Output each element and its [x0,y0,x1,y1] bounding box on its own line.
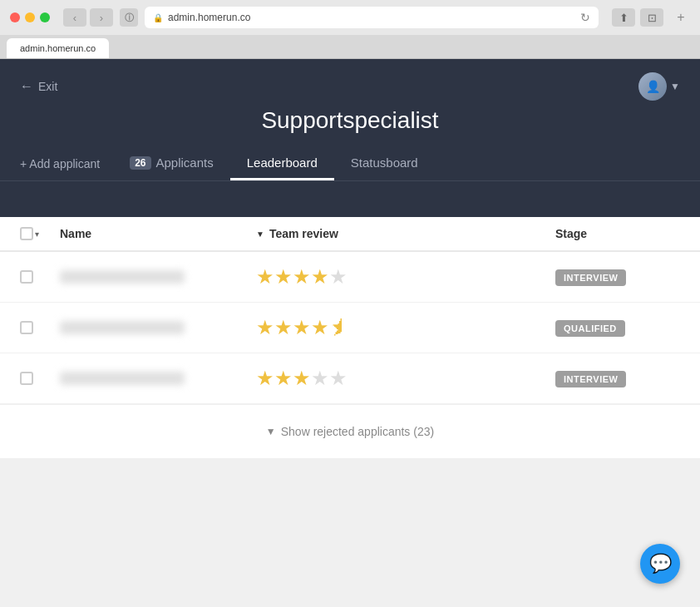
star-2: ★ [274,316,293,339]
star-1: ★ [256,265,274,289]
chevron-down-icon: ▼ [670,81,680,92]
stage-cell: INTERVIEW [555,372,680,385]
tab-statusboard-label: Statusboard [351,155,418,170]
add-applicant-button[interactable]: + Add applicant [20,151,100,177]
browser-toolbar: ⬆ ⊡ + [612,8,690,27]
applicant-name-blur [60,321,185,334]
row-checkbox-col [20,372,47,385]
select-all-checkbox-col: ▾ [20,227,47,240]
row-checkbox[interactable] [20,270,33,284]
chat-icon: 💬 [649,553,672,575]
stage-cell: INTERVIEW [555,270,680,284]
sort-down-icon: ▼ [256,229,264,239]
page-title: Supportspecialist [0,107,700,147]
star-4: ★ [311,265,329,289]
tab-leaderboard[interactable]: Leaderboard [230,147,334,180]
applicant-name-blur [60,372,185,385]
star-3: ★ [293,316,311,339]
browser-dots [10,12,50,22]
maximize-dot[interactable] [40,12,50,22]
stage-cell: QUALIFIED [555,321,680,334]
browser-titlebar: ‹ › ⓘ 🔒 admin.homerun.co ↻ ⬆ ⊡ + [0,0,700,35]
app-header-top: ← Exit 👤 ▼ [0,59,700,107]
star-2: ★ [274,367,293,390]
new-tab-button[interactable]: + [672,8,690,27]
star-half: ⯨ [329,316,349,339]
back-button[interactable]: ‹ [63,8,86,27]
back-arrow-icon: ← [20,79,33,94]
table-header: ▾ Name ▼ Team review Stage [0,217,700,252]
table-row[interactable]: ★ ★ ★ ★ ⯨ QUALIFIED [0,303,700,353]
table-row[interactable]: ★ ★ ★ ★ ★ INTERVIEW [0,252,700,303]
browser-chrome: ‹ › ⓘ 🔒 admin.homerun.co ↻ ⬆ ⊡ + admin.h… [0,0,700,59]
status-badge: INTERVIEW [555,269,626,286]
forward-button[interactable]: › [90,8,113,27]
applicant-name-cell [60,270,243,284]
star-1: ★ [256,316,274,339]
minimize-dot[interactable] [25,12,35,22]
status-badge: INTERVIEW [555,371,626,387]
share-button[interactable]: ⬆ [612,8,635,27]
address-bar[interactable]: 🔒 admin.homerun.co ↻ [145,7,599,28]
star-5-empty: ★ [329,367,348,390]
applicant-name-cell [60,321,243,334]
star-3: ★ [293,367,311,390]
select-all-checkbox[interactable] [20,227,33,240]
browser-tab[interactable]: admin.homerun.co [7,38,109,58]
stage-column-header: Stage [555,227,680,240]
tab-bar: admin.homerun.co [0,35,700,58]
tab-statusboard[interactable]: Statusboard [334,147,435,180]
app-nav: + Add applicant 26 Applicants Leaderboar… [0,147,700,181]
stars-cell: ★ ★ ★ ★ ★ [256,367,542,390]
nav-tabs: 26 Applicants Leaderboard Statusboard [113,147,680,180]
browser-nav: ‹ › [63,8,113,27]
tab-leaderboard-label: Leaderboard [247,155,318,170]
url-text: admin.homerun.co [168,12,250,23]
lock-icon: 🔒 [153,13,163,22]
fullscreen-button[interactable]: ⊡ [640,8,663,27]
exit-label: Exit [38,80,57,93]
avatar: 👤 [638,72,667,101]
star-2: ★ [274,265,293,289]
team-review-column-header[interactable]: ▼ Team review [256,227,542,240]
chevron-down-icon: ▼ [266,426,276,437]
content-area: ▾ Name ▼ Team review Stage ★ ★ ★ ★ ★ INT… [0,217,700,458]
chat-button[interactable]: 💬 [640,544,680,584]
tab-applicants[interactable]: 26 Applicants [113,147,230,180]
row-checkbox-col [20,321,47,334]
status-badge: QUALIFIED [555,320,625,337]
tab-label: admin.homerun.co [20,43,96,53]
show-rejected-label: Show rejected applicants (23) [281,425,434,438]
row-checkbox-col [20,270,47,284]
star-5-empty: ★ [329,265,348,289]
star-4-empty: ★ [311,367,329,390]
applicants-count-badge: 26 [130,156,150,170]
name-column-label: Name [60,227,91,240]
name-column-header[interactable]: Name [60,227,243,240]
show-rejected-button[interactable]: ▼ Show rejected applicants (23) [0,404,700,458]
table-row[interactable]: ★ ★ ★ ★ ★ INTERVIEW [0,353,700,404]
reload-icon[interactable]: ↻ [580,11,590,24]
user-menu[interactable]: 👤 ▼ [638,72,680,101]
applicant-name-blur [60,270,185,284]
add-applicant-label: + Add applicant [20,157,100,170]
stage-column-label: Stage [555,227,587,240]
stars-cell: ★ ★ ★ ★ ★ [256,265,542,289]
star-3: ★ [293,265,311,289]
star-4: ★ [311,316,329,339]
app-header: ← Exit 👤 ▼ Supportspecialist + Add appli… [0,59,700,217]
row-checkbox[interactable] [20,321,33,334]
stars-cell: ★ ★ ★ ★ ⯨ [256,316,542,339]
close-dot[interactable] [10,12,20,22]
star-1: ★ [256,367,274,390]
sort-chevron-icon[interactable]: ▾ [35,229,39,239]
row-checkbox[interactable] [20,372,33,385]
team-review-column-label: Team review [269,227,338,240]
tab-applicants-label: Applicants [156,155,214,170]
exit-button[interactable]: ← Exit [20,79,57,94]
reader-mode-button[interactable]: ⓘ [120,8,138,27]
applicant-name-cell [60,372,243,385]
